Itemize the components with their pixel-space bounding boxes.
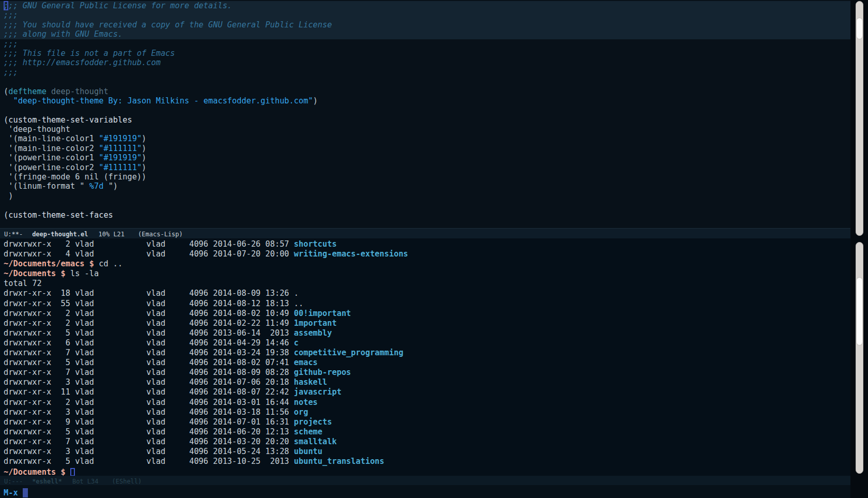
code-line: ;;; http://emacsfodder.github.com bbox=[4, 58, 850, 67]
terminal-line: drwxr-xr-x 11 vlad vlad 4096 2014-08-07 … bbox=[4, 387, 850, 397]
terminal-line: drwxrwxr-x 4 vlad vlad 4096 2014-07-20 2… bbox=[4, 249, 850, 259]
code-line: ;;; GNU General Public License for more … bbox=[0, 1, 850, 10]
terminal-line: total 72 bbox=[4, 279, 850, 289]
code-line: '(powerline-color1 "#191919") bbox=[4, 153, 850, 162]
eshell-buffer[interactable]: drwxrwxr-x 2 vlad vlad 4096 2014-06-26 0… bbox=[0, 238, 850, 476]
modeline-position: Bot L34 bbox=[72, 478, 99, 485]
terminal-line: drwxrwxr-x 5 vlad vlad 4096 2014-06-20 1… bbox=[4, 427, 850, 437]
shell-prompt-line[interactable]: ~/Documents $ bbox=[4, 466, 850, 476]
modeline-status: U:**- bbox=[4, 231, 23, 238]
code-line: ) bbox=[4, 191, 850, 201]
code-line: ;;; bbox=[4, 39, 850, 49]
code-line: ;;; bbox=[0, 10, 850, 20]
modeline-major-mode: (Emacs-Lisp) bbox=[138, 231, 183, 238]
code-line: '(linum-format " %7d ") bbox=[4, 182, 850, 191]
terminal-line: drwxr-xr-x 3 vlad vlad 4096 2014-03-18 1… bbox=[4, 408, 850, 417]
terminal-line: drwxrwxr-x 5 vlad vlad 4096 2013-06-14 2… bbox=[4, 328, 850, 338]
code-line: ;;; You should have received a copy of t… bbox=[0, 20, 850, 29]
editor-buffer[interactable]: ;;; GNU General Public License for more … bbox=[0, 0, 850, 228]
modeline-buffer-name: *eshell* bbox=[32, 478, 62, 485]
code-line bbox=[4, 105, 850, 115]
code-line: '(main-line-color2 "#111111") bbox=[4, 144, 850, 153]
terminal-line: drwxr-xr-x 2 vlad vlad 4096 2014-02-22 1… bbox=[4, 319, 850, 328]
code-line: ;;; bbox=[4, 68, 850, 77]
code-line: '(powerline-color2 "#111111") bbox=[4, 163, 850, 172]
terminal-line: drwxr-xr-x 2 vlad vlad 4096 2014-03-01 1… bbox=[4, 398, 850, 408]
code-line: ;;; This file is not a part of Emacs bbox=[4, 49, 850, 58]
code-line bbox=[4, 220, 850, 228]
modeline-buffer-name: deep-thought.el bbox=[32, 231, 88, 238]
modeline-status: U:--- bbox=[4, 478, 23, 485]
minibuffer[interactable]: M-x bbox=[0, 485, 868, 498]
terminal-line: drwxrwxr-x 2 vlad vlad 4096 2014-08-02 1… bbox=[4, 309, 850, 319]
text-cursor bbox=[70, 468, 75, 476]
terminal-line: ~/Documents/emacs $ cd .. bbox=[4, 259, 850, 269]
code-line: (deftheme deep-thought bbox=[4, 87, 850, 96]
terminal-line: drwxrwxr-x 3 vlad vlad 4096 2014-05-24 1… bbox=[4, 447, 850, 457]
code-line: 'deep-thought bbox=[4, 125, 850, 134]
terminal-line: drwxrwxr-x 7 vlad vlad 4096 2014-03-24 1… bbox=[4, 348, 850, 358]
editor-scrollbar-track[interactable] bbox=[856, 1, 863, 236]
code-line: (custom-theme-set-faces bbox=[4, 210, 850, 220]
eshell-scrollbar-track[interactable] bbox=[856, 242, 863, 474]
code-line bbox=[4, 77, 850, 86]
terminal-line: drwxrwxr-x 3 vlad vlad 4096 2014-07-06 2… bbox=[4, 378, 850, 387]
code-line: '(fringe-mode 6 nil (fringe)) bbox=[4, 172, 850, 182]
modeline-position: 10% L21 bbox=[99, 231, 125, 238]
code-line bbox=[4, 201, 850, 210]
terminal-line: drwxr-xr-x 55 vlad vlad 4096 2014-08-12 … bbox=[4, 299, 850, 309]
terminal-line: drwxr-xr-x 7 vlad vlad 4096 2014-08-09 0… bbox=[4, 368, 850, 378]
text-cursor bbox=[23, 488, 28, 497]
modeline-eshell: U:---*eshell*Bot L34(EShell) bbox=[0, 476, 850, 485]
code-line: (custom-theme-set-variables bbox=[4, 115, 850, 125]
terminal-line: ~/Documents $ ls -la bbox=[4, 269, 850, 279]
minibuffer-prompt: M-x bbox=[4, 488, 18, 497]
emacs-frame: ;;; GNU General Public License for more … bbox=[0, 0, 868, 498]
code-line: '(main-line-color1 "#191919") bbox=[4, 134, 850, 143]
modeline-elisp: U:**-deep-thought.el10% L21(Emacs-Lisp) bbox=[0, 228, 850, 238]
terminal-line: drwxrwxr-x 6 vlad vlad 4096 2014-04-29 1… bbox=[4, 338, 850, 348]
code-line: ;;; along with GNU Emacs. bbox=[0, 29, 850, 39]
terminal-line: drwxrwxr-x 2 vlad vlad 4096 2014-06-26 0… bbox=[4, 239, 850, 249]
eshell-scrollbar-thumb[interactable] bbox=[857, 278, 862, 345]
terminal-line: drwxrwxr-x 5 vlad vlad 4096 2014-08-02 0… bbox=[4, 358, 850, 368]
editor-scrollbar-thumb[interactable] bbox=[857, 18, 862, 39]
code-line: "deep-thought-theme By: Jason Milkins - … bbox=[4, 96, 850, 105]
modeline-major-mode: (EShell) bbox=[112, 478, 142, 485]
terminal-line: drwxrwxr-x 5 vlad vlad 4096 2013-10-25 2… bbox=[4, 457, 850, 466]
terminal-line: drwxr-xr-x 7 vlad vlad 4096 2014-03-20 2… bbox=[4, 437, 850, 447]
terminal-line: drwxr-xr-x 18 vlad vlad 4096 2014-08-09 … bbox=[4, 289, 850, 298]
terminal-line: drwxr-xr-x 9 vlad vlad 4096 2014-07-01 1… bbox=[4, 417, 850, 427]
